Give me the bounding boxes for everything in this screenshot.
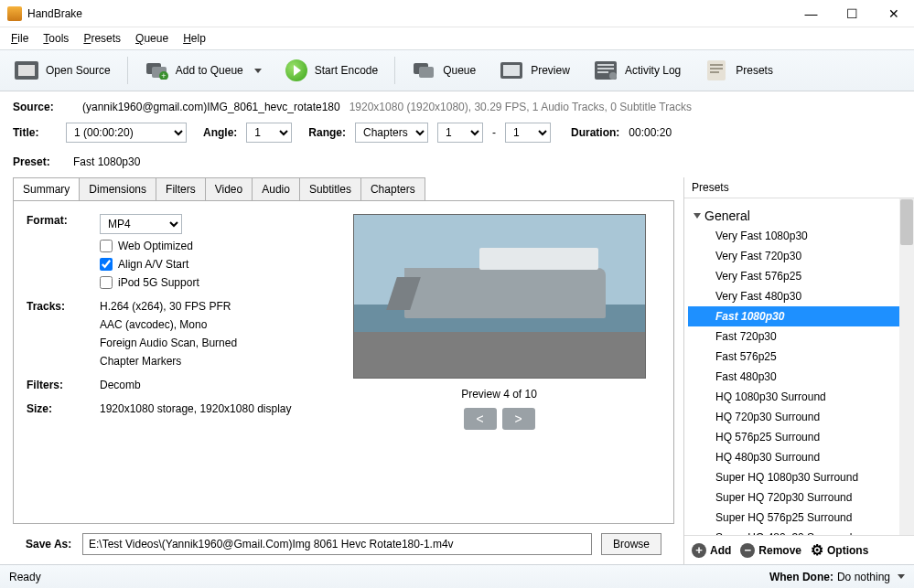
track-line: Chapter Markers	[100, 355, 319, 368]
preset-add-button[interactable]: +Add	[692, 543, 731, 558]
preset-item[interactable]: Super HQ 576p25 Surround	[688, 508, 914, 528]
menu-file[interactable]: File	[5, 30, 34, 47]
summary-left: Format: MP4 Web Optimized Align A/V Star…	[27, 214, 319, 510]
range-from-select[interactable]: 1	[437, 123, 483, 143]
preset-item[interactable]: Super HQ 720p30 Surround	[688, 487, 914, 508]
queue-label: Queue	[443, 64, 476, 77]
presets-panel: Presets General Very Fast 1080p30Very Fa…	[683, 177, 914, 564]
preset-options-button[interactable]: ⚙Options	[811, 541, 868, 559]
save-as-input[interactable]	[82, 533, 592, 555]
maximize-button[interactable]: ☐	[832, 0, 873, 27]
preset-remove-button[interactable]: −Remove	[740, 543, 801, 558]
angle-label: Angle:	[203, 126, 237, 139]
when-done-dropdown[interactable]: When Done: Do nothing	[769, 571, 905, 583]
svg-rect-9	[503, 65, 520, 76]
preset-item[interactable]: Fast 1080p30	[688, 306, 914, 326]
preset-value: Fast 1080p30	[73, 155, 140, 168]
tab-filters[interactable]: Filters	[156, 177, 206, 200]
chevron-down-icon	[898, 574, 905, 579]
preset-item[interactable]: Very Fast 1080p30	[688, 226, 914, 246]
web-optimized-checkbox[interactable]: Web Optimized	[100, 240, 319, 252]
queue-button[interactable]: Queue	[403, 54, 485, 87]
preset-item[interactable]: Fast 720p30	[688, 326, 914, 347]
tab-subtitles[interactable]: Subtitles	[299, 177, 361, 200]
preview-prev-button[interactable]: <	[464, 408, 497, 430]
title-bar: HandBrake — ☐ ✕	[0, 0, 914, 27]
presets-list[interactable]: General Very Fast 1080p30Very Fast 720p3…	[684, 198, 914, 535]
gear-icon: ⚙	[811, 541, 823, 559]
preset-item[interactable]: HQ 576p25 Surround	[688, 427, 914, 447]
add-to-queue-button[interactable]: + Add to Queue	[135, 54, 271, 87]
angle-select[interactable]: 1	[246, 123, 292, 143]
preview-label: Preview	[531, 64, 570, 77]
preset-item[interactable]: Very Fast 576p25	[688, 266, 914, 286]
start-encode-label: Start Encode	[315, 64, 378, 77]
activity-log-button[interactable]: Activity Log	[585, 54, 690, 87]
preset-item[interactable]: Very Fast 480p30	[688, 286, 914, 306]
presets-toolbar-label: Presets	[736, 64, 773, 77]
menu-presets[interactable]: Presets	[78, 30, 126, 47]
tab-summary[interactable]: Summary	[13, 177, 80, 200]
svg-rect-1	[18, 65, 35, 76]
range-type-select[interactable]: Chapters	[355, 123, 428, 143]
tab-chapters[interactable]: Chapters	[360, 177, 425, 200]
tab-dimensions[interactable]: Dimensions	[79, 177, 156, 200]
source-details: 1920x1080 (1920x1080), 30.29 FPS, 1 Audi…	[349, 101, 692, 113]
source-name: (yannik1960@gmail.com)IMG_8061_hevc_rota…	[82, 101, 340, 113]
status-bar: Ready When Done: Do nothing	[0, 564, 914, 588]
preset-item[interactable]: Fast 480p30	[688, 367, 914, 387]
menu-help[interactable]: Help	[177, 30, 211, 47]
preset-item[interactable]: Fast 576p25	[688, 347, 914, 367]
svg-point-14	[609, 72, 617, 80]
svg-rect-17	[710, 68, 723, 69]
minus-icon: −	[740, 543, 755, 558]
preset-item[interactable]: Super HQ 480p30 Surround	[688, 528, 914, 535]
preset-item[interactable]: Super HQ 1080p30 Surround	[688, 467, 914, 487]
tracks-label: Tracks:	[27, 300, 100, 368]
range-dash: -	[492, 126, 496, 139]
preset-item[interactable]: HQ 1080p30 Surround	[688, 387, 914, 407]
menu-tools[interactable]: Tools	[38, 30, 74, 47]
activity-log-label: Activity Log	[625, 64, 681, 77]
presets-toolbar-button[interactable]: Presets	[695, 54, 782, 87]
start-encode-button[interactable]: Start Encode	[276, 54, 387, 87]
film-icon	[15, 60, 38, 80]
preset-group-general: General Very Fast 1080p30Very Fast 720p3…	[688, 202, 914, 535]
tab-video[interactable]: Video	[205, 177, 253, 200]
queue-icon	[412, 60, 435, 80]
range-to-select[interactable]: 1	[505, 123, 551, 143]
preset-item[interactable]: HQ 720p30 Surround	[688, 407, 914, 427]
browse-button[interactable]: Browse	[601, 533, 661, 555]
preview-next-button[interactable]: >	[502, 408, 535, 430]
preset-item[interactable]: HQ 480p30 Surround	[688, 447, 914, 467]
window-title: HandBrake	[27, 7, 82, 20]
add-to-queue-label: Add to Queue	[176, 64, 243, 77]
save-as-row: Save As: Browse	[13, 524, 674, 564]
preset-item[interactable]: Very Fast 720p30	[688, 246, 914, 266]
track-line: AAC (avcodec), Mono	[100, 318, 319, 331]
open-source-button[interactable]: Open Source	[5, 54, 120, 87]
tab-audio[interactable]: Audio	[252, 177, 300, 200]
preview-button[interactable]: Preview	[490, 54, 579, 87]
preset-group-general-header[interactable]: General	[688, 206, 914, 226]
scrollbar[interactable]	[899, 198, 914, 535]
track-line: Foreign Audio Scan, Burned	[100, 337, 319, 349]
preview-label: Preview 4 of 10	[461, 388, 537, 401]
title-select[interactable]: 1 (00:00:20)	[66, 123, 187, 143]
svg-rect-11	[597, 64, 614, 66]
menu-queue[interactable]: Queue	[130, 30, 174, 47]
toolbar-separator	[394, 57, 395, 84]
controls-row: Title: 1 (00:00:20) Angle: 1 Range: Chap…	[0, 117, 914, 148]
svg-rect-16	[710, 64, 723, 66]
align-av-checkbox[interactable]: Align A/V Start	[100, 258, 319, 271]
close-button[interactable]: ✕	[873, 0, 914, 27]
svg-text:+: +	[161, 71, 166, 80]
plus-icon: +	[692, 543, 706, 558]
status-text: Ready	[9, 571, 41, 583]
toolbar: Open Source + Add to Queue Start Encode …	[0, 49, 914, 91]
minimize-button[interactable]: —	[790, 0, 832, 27]
format-label: Format:	[27, 214, 100, 289]
chevron-down-icon	[254, 69, 262, 73]
format-select[interactable]: MP4	[100, 214, 182, 234]
ipod-checkbox[interactable]: iPod 5G Support	[100, 276, 319, 289]
